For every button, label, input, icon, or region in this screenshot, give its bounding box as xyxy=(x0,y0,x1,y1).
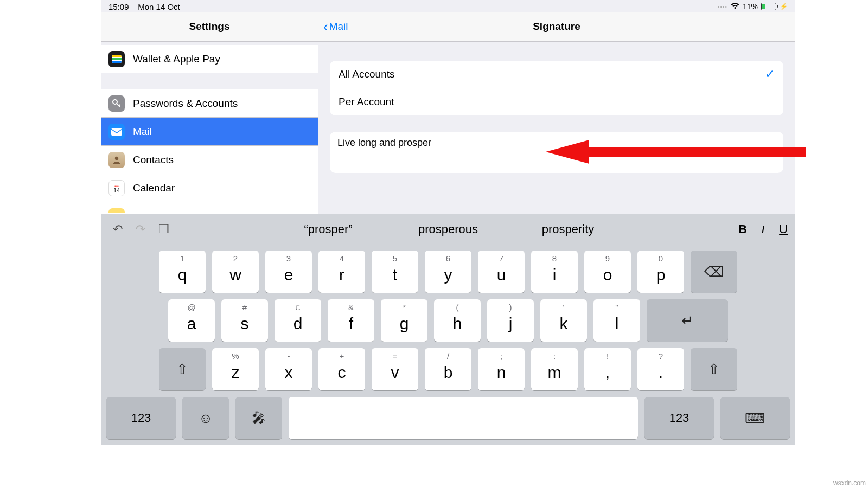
backspace-icon: ⌫ xyxy=(704,264,724,280)
return-key[interactable]: ↵ xyxy=(647,299,728,342)
settings-row-mail[interactable]: Mail xyxy=(101,118,318,146)
key-alt-label: ' xyxy=(563,303,565,312)
contacts-icon xyxy=(108,152,125,168)
emoji-key[interactable]: ☺ xyxy=(182,397,229,439)
back-label: Mail xyxy=(329,21,348,33)
key-r[interactable]: 4r xyxy=(318,251,365,293)
detail-navbar: ‹ Mail Signature xyxy=(318,12,795,42)
svg-rect-5 xyxy=(111,128,122,136)
settings-row-passwords[interactable]: Passwords & Accounts xyxy=(101,89,318,118)
key-main-label: z xyxy=(232,363,240,382)
key-n[interactable]: ;n xyxy=(478,348,525,390)
key-main-label: , xyxy=(605,363,610,382)
key-g[interactable]: *g xyxy=(381,299,427,342)
key-a[interactable]: @a xyxy=(168,299,215,342)
numbers-key[interactable]: 123 xyxy=(106,397,176,439)
italic-button[interactable]: I xyxy=(761,222,765,236)
option-label: All Accounts xyxy=(339,68,395,80)
key-w[interactable]: 2w xyxy=(212,251,259,293)
numbers-key[interactable]: 123 xyxy=(644,397,714,439)
wifi-icon xyxy=(731,2,739,11)
settings-row-wallet[interactable]: Wallet & Apple Pay xyxy=(101,45,318,73)
key-p[interactable]: 0p xyxy=(637,251,684,293)
bold-button[interactable]: B xyxy=(738,222,747,236)
underline-button[interactable]: U xyxy=(779,222,788,236)
key-main-label: e xyxy=(284,266,293,284)
key-q[interactable]: 1q xyxy=(159,251,206,293)
key-f[interactable]: &f xyxy=(328,299,374,342)
key-b[interactable]: /b xyxy=(425,348,471,390)
key-s[interactable]: #s xyxy=(221,299,268,342)
shift-key[interactable]: ⇧ xyxy=(691,348,737,390)
spacebar-key[interactable] xyxy=(289,397,638,439)
option-per-account[interactable]: Per Account xyxy=(330,88,783,115)
option-all-accounts[interactable]: All Accounts ✓ xyxy=(330,61,783,88)
key-main-label: u xyxy=(497,266,506,284)
signature-text-field[interactable]: Live long and prosper xyxy=(330,132,783,173)
battery-pct: 11% xyxy=(743,2,758,11)
key-alt-label: / xyxy=(447,351,449,361)
key-main-label: v xyxy=(391,363,399,382)
mail-icon xyxy=(108,124,125,140)
key-m[interactable]: :m xyxy=(531,348,578,390)
key-main-label: s xyxy=(241,314,249,333)
key-alt-label: 1 xyxy=(180,254,184,263)
key-,[interactable]: !, xyxy=(584,348,631,390)
key-y[interactable]: 6y xyxy=(425,251,471,293)
keyboard-hide-icon: ⌨︎ xyxy=(745,410,765,427)
keyboard-format: B I U xyxy=(738,222,788,236)
key-alt-label: 4 xyxy=(340,254,344,263)
suggestion[interactable]: prosperous xyxy=(388,222,508,236)
watermark: wsxdn.com xyxy=(833,479,866,487)
key-main-label: p xyxy=(656,266,666,284)
key-alt-label: # xyxy=(242,303,247,312)
key-v[interactable]: =v xyxy=(372,348,418,390)
key-alt-label: = xyxy=(393,351,398,361)
back-button[interactable]: ‹ Mail xyxy=(323,12,348,41)
emoji-icon: ☺ xyxy=(199,410,213,427)
suggestion[interactable]: “prosper” xyxy=(269,222,388,236)
key-e[interactable]: 3e xyxy=(265,251,312,293)
key-alt-label: : xyxy=(553,351,556,361)
signature-scope-group: All Accounts ✓ Per Account xyxy=(330,61,783,115)
shift-icon: ⇧ xyxy=(708,361,720,378)
settings-row-label: Contacts xyxy=(133,154,174,166)
key-alt-label: % xyxy=(232,351,239,361)
option-label: Per Account xyxy=(339,96,394,108)
key-o[interactable]: 9o xyxy=(584,251,631,293)
key-.[interactable]: ?. xyxy=(637,348,684,390)
settings-row-calendar[interactable]: •••••14 Calendar xyxy=(101,174,318,202)
key-alt-label: 7 xyxy=(499,254,503,263)
key-alt-label: 9 xyxy=(605,254,610,263)
key-t[interactable]: 5t xyxy=(372,251,418,293)
dictation-key[interactable]: 🎤︎ xyxy=(235,397,282,439)
status-time: 15:09 xyxy=(108,2,129,11)
key-d[interactable]: £d xyxy=(275,299,321,342)
key-i[interactable]: 8i xyxy=(531,251,578,293)
battery-icon xyxy=(761,3,776,10)
key-k[interactable]: 'k xyxy=(540,299,587,342)
key-alt-label: 6 xyxy=(446,254,450,263)
shift-key[interactable]: ⇧ xyxy=(159,348,206,390)
key-h[interactable]: (h xyxy=(434,299,481,342)
key-j[interactable]: )j xyxy=(487,299,534,342)
suggestion[interactable]: prosperity xyxy=(508,222,628,236)
key-u[interactable]: 7u xyxy=(478,251,525,293)
key-alt-label: 8 xyxy=(552,254,557,263)
key-main-label: w xyxy=(229,266,241,284)
key-main-label: g xyxy=(400,314,409,333)
key-z[interactable]: %z xyxy=(212,348,259,390)
key-main-label: . xyxy=(659,363,663,382)
hide-keyboard-key[interactable]: ⌨︎ xyxy=(720,397,790,439)
key-main-label: y xyxy=(444,266,452,284)
cell-signal-icon: •••• xyxy=(718,4,727,10)
settings-row-contacts[interactable]: Contacts xyxy=(101,146,318,174)
key-alt-label: @ xyxy=(187,303,195,312)
key-main-label: h xyxy=(453,314,462,333)
key-c[interactable]: +c xyxy=(318,348,365,390)
charging-icon: ⚡ xyxy=(780,3,788,10)
key-x[interactable]: -x xyxy=(265,348,312,390)
svg-text:14: 14 xyxy=(113,187,120,194)
backspace-key[interactable]: ⌫ xyxy=(691,251,737,293)
key-l[interactable]: "l xyxy=(593,299,640,342)
